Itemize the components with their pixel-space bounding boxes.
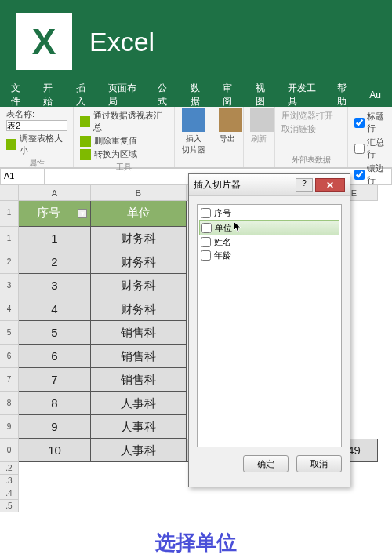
opt-total-row[interactable]: 汇总行 [354,137,386,160]
tab-home[interactable]: 开始 [35,82,67,108]
dialog-titlebar[interactable]: 插入切片器 ? ✕ [189,174,350,196]
row-head[interactable]: 3 [0,274,19,297]
slicer-field-list: 序号 单位 姓名 年龄 [197,204,342,447]
ok-button[interactable]: 确定 [243,455,289,472]
cell-id[interactable]: 8 [19,392,91,415]
open-browser: 用浏览器打开 [281,110,333,122]
cell-dept[interactable]: 销售科 [91,345,187,368]
header-seq[interactable]: 序号▾ [19,201,91,227]
dialog-close-icon[interactable]: ✕ [315,178,345,192]
cell-dept[interactable]: 人事科 [91,415,187,439]
row-head-14[interactable]: .4 [0,487,19,500]
cell-id[interactable]: 2 [19,250,91,274]
tab-layout[interactable]: 页面布局 [100,82,150,108]
table-name-input[interactable] [6,120,67,131]
cell-id[interactable]: 10 [19,439,91,462]
refresh-icon [250,108,274,132]
cell-id[interactable]: 6 [19,345,91,368]
dedup-icon [80,136,91,147]
convert-range[interactable]: 转换为区域 [94,148,137,160]
row-head-1[interactable]: 1 [0,201,19,227]
select-all[interactable] [0,185,19,201]
insert-slicer-button[interactable]: 插入 切片器 [181,108,205,155]
slicer-item-seq[interactable]: 序号 [199,206,339,220]
row-head[interactable]: 8 [0,392,19,415]
pivot-icon [80,116,90,127]
refresh-button: 刷新 [250,108,268,144]
row-head-13[interactable]: .3 [0,475,19,487]
opt-header-row[interactable]: 标题行 [354,111,386,134]
unlink: 取消链接 [281,123,316,135]
group-label-external: 外部表数据 [281,155,341,166]
brand-text: Excel [89,27,154,57]
name-box[interactable]: A1 [1,169,45,184]
cell-dept[interactable]: 人事科 [91,392,187,415]
cursor-icon [234,221,243,234]
row-head[interactable]: 2 [0,250,19,274]
tab-more[interactable]: Au [361,89,389,100]
cell-dept[interactable]: 财务科 [91,250,187,274]
cell-dept[interactable]: 销售科 [91,321,187,345]
range-icon [80,149,91,160]
row-head[interactable]: 1 [0,227,19,250]
filter-dropdown-icon[interactable]: ▾ [78,209,87,218]
cell-dept[interactable]: 销售科 [91,368,187,392]
cell-id[interactable]: 9 [19,415,91,439]
col-B[interactable]: B [91,185,187,201]
slicer-item-name[interactable]: 姓名 [199,235,339,249]
cell-dept[interactable]: 财务科 [91,297,187,321]
row-head[interactable]: 7 [0,368,19,392]
row-head[interactable]: 4 [0,297,19,321]
remove-duplicates[interactable]: 删除重复值 [94,135,137,147]
row-head[interactable]: 5 [0,321,19,345]
app-banner: X Excel [0,0,392,83]
tab-formulas[interactable]: 公式 [150,82,182,108]
row-head[interactable]: 9 [0,415,19,439]
table-name-label: 表名称: [6,108,67,120]
dialog-title: 插入切片器 [194,178,296,191]
cell-id[interactable]: 3 [19,274,91,297]
tab-devtools[interactable]: 开发工具 [280,82,329,108]
tab-help[interactable]: 帮助 [329,82,361,108]
cell-id[interactable]: 4 [19,297,91,321]
export-icon [219,108,242,132]
pivot-summary[interactable]: 通过数据透视表汇总 [93,110,168,133]
row-head[interactable]: 6 [0,345,19,368]
ribbon-tabs: 文件 开始 插入 页面布局 公式 数据 审阅 视图 开发工具 帮助 Au [0,83,392,107]
cell-dept[interactable]: 人事科 [91,439,187,462]
resize-table[interactable]: 调整表格大小 [20,133,67,156]
cell-id[interactable]: 5 [19,321,91,345]
cancel-button[interactable]: 取消 [296,455,342,472]
resize-icon [6,139,16,150]
row-head-15[interactable]: .5 [0,500,19,512]
annotation-caption: 选择单位 [0,529,392,556]
row-head-12[interactable]: .2 [0,462,19,475]
cell-dept[interactable]: 财务科 [91,274,187,297]
cell-id[interactable]: 7 [19,368,91,392]
row-head[interactable]: 0 [0,439,19,462]
cell-dept[interactable]: 财务科 [91,227,187,250]
tab-insert[interactable]: 插入 [68,82,100,108]
slicer-item-age[interactable]: 年龄 [199,249,339,262]
tab-file[interactable]: 文件 [3,82,35,108]
excel-logo: X [16,13,72,70]
group-label-properties: 属性 [6,158,67,169]
tab-view[interactable]: 视图 [248,82,280,108]
tab-data[interactable]: 数据 [183,82,215,108]
tab-review[interactable]: 审阅 [215,82,247,108]
slicer-icon [182,108,205,132]
cell-id[interactable]: 1 [19,227,91,250]
dialog-help-icon[interactable]: ? [296,178,313,192]
slicer-item-dept[interactable]: 单位 [199,220,339,235]
ribbon: 表名称: 调整表格大小 属性 通过数据透视表汇总 删除重复值 转换为区域 工具 … [0,107,392,168]
header-dept[interactable]: 单位 [91,201,187,227]
col-A[interactable]: A [19,185,91,201]
insert-slicer-dialog: 插入切片器 ? ✕ 序号 单位 姓名 年龄 确定 取消 [188,173,350,487]
export-button[interactable]: 导出 [219,108,237,144]
